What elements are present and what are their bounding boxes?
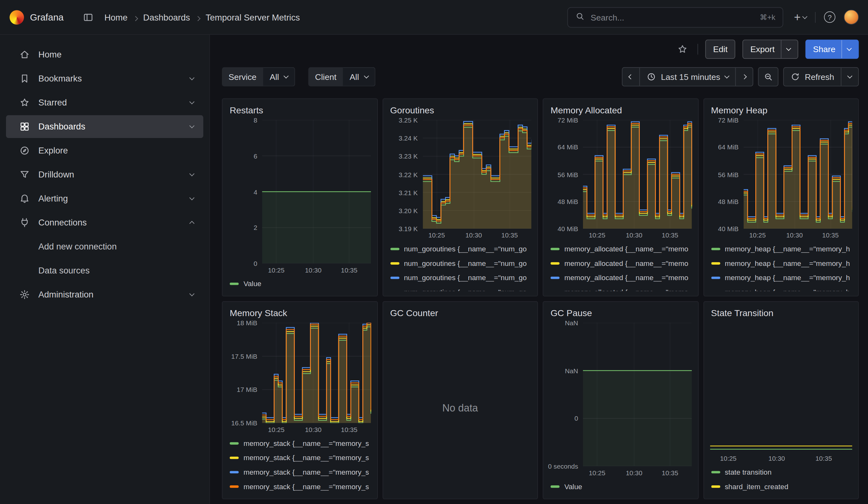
sidebar-item-drilldown[interactable]: Drilldown (6, 163, 203, 186)
chart-area: 18 MiB17.5 MiB17 MiB16.5 MiB (228, 323, 371, 423)
y-axis: 3.25 K3.24 K3.23 K3.22 K3.21 K3.20 K3.19… (389, 120, 422, 229)
panel-title[interactable]: GC Pause (550, 308, 692, 318)
favorite-star-icon[interactable] (675, 41, 690, 57)
share-button[interactable]: Share (805, 40, 859, 59)
legend-item[interactable]: memory_allocated {__name__="memo (550, 271, 691, 285)
export-button[interactable]: Export (743, 40, 798, 59)
breadcrumb-item-dashboards[interactable]: Dashboards (143, 12, 190, 22)
legend-item[interactable]: num_goroutines {__name__="num_go (390, 271, 530, 285)
chevron-up-icon[interactable] (190, 221, 194, 224)
legend-label: memory_allocated {__name__="memo (564, 274, 689, 282)
legend: Value (549, 478, 692, 494)
chevron-down-icon[interactable] (190, 101, 194, 104)
legend-item[interactable]: memory_heap {__name__="memory_h (711, 242, 851, 256)
sidebar-item-label: Home (39, 50, 62, 59)
breadcrumb-item-home[interactable]: Home (104, 12, 128, 22)
x-tick-label: 10:25 (749, 232, 766, 239)
legend-item[interactable]: memory_heap {__name__="memory_h (711, 271, 851, 285)
legend-item[interactable]: num_goroutines {__name__="num_go (390, 256, 530, 271)
plot[interactable] (262, 120, 371, 263)
sidebar-item-connections[interactable]: Connections (6, 211, 203, 234)
y-tick-label: 3.22 K (399, 171, 417, 178)
service-variable-dropdown[interactable]: All (263, 67, 296, 86)
legend-item[interactable]: memory_heap {__name__="memory_h (711, 256, 851, 271)
chevron-down-icon[interactable] (190, 173, 194, 176)
legend-item[interactable]: state transition (711, 465, 851, 480)
y-tick-label: 17 MiB (237, 386, 257, 393)
help-icon[interactable] (822, 9, 838, 25)
panel-title[interactable]: State Transition (711, 308, 852, 318)
sidebar-item-home[interactable]: Home (6, 43, 203, 66)
panel-title[interactable]: GC Counter (390, 308, 531, 318)
sidebar-item-starred[interactable]: Starred (6, 91, 203, 114)
legend-item[interactable]: Value (550, 480, 691, 494)
plot[interactable] (423, 120, 531, 229)
plot[interactable] (743, 120, 852, 229)
panel-title[interactable]: Restarts (230, 105, 371, 115)
chevron-down-icon[interactable] (190, 197, 194, 200)
plot[interactable] (583, 323, 692, 466)
chevron-down-icon[interactable] (190, 77, 194, 80)
refresh-button[interactable]: Refresh (784, 68, 841, 86)
search-box[interactable]: ⌘+k (567, 7, 783, 28)
star-icon (19, 97, 31, 108)
panel-title[interactable]: Memory Allocated (550, 105, 692, 115)
legend-item[interactable]: num_goroutines {__name__="num_go (390, 285, 530, 291)
sidebar-item-dashboards[interactable]: Dashboards (6, 115, 203, 138)
legend-item[interactable]: memory_stack {__name__="memory_s (230, 480, 370, 494)
share-dropdown-caret[interactable] (841, 40, 851, 58)
time-range-picker[interactable]: Last 15 minutes (640, 68, 735, 86)
legend-item[interactable]: memory_allocated {__name__="memo (550, 242, 691, 256)
sidebar-item-alerting[interactable]: Alerting (6, 187, 203, 210)
service-variable-label: Service (222, 67, 263, 86)
chevron-down-icon[interactable] (190, 293, 194, 296)
x-axis: 10:2510:3010:35 (583, 466, 692, 478)
panel-restarts: Restarts8642010:2510:3010:35Value (222, 99, 378, 297)
user-avatar[interactable] (844, 10, 859, 25)
legend-item[interactable]: num_goroutines {__name__="num_go (390, 242, 530, 256)
y-tick-label: 0 seconds (548, 463, 578, 470)
legend-dash (230, 442, 239, 445)
legend-item[interactable]: Value (230, 277, 370, 291)
legend-item[interactable]: shard_item_created (711, 480, 851, 494)
legend-dash (711, 262, 720, 265)
sidebar-item-data-sources[interactable]: Data sources (6, 259, 203, 282)
plot[interactable] (262, 323, 371, 423)
panel-title[interactable]: Goroutines (390, 105, 531, 115)
time-shift-back-button[interactable] (622, 68, 639, 86)
edit-button[interactable]: Edit (705, 40, 735, 59)
sidebar-item-add-new-connection[interactable]: Add new connection (6, 235, 203, 258)
sidebar-item-administration[interactable]: Administration (6, 283, 203, 306)
legend-label: num_goroutines {__name__="num_go (404, 259, 527, 268)
panel-title[interactable]: Memory Stack (230, 308, 371, 318)
client-variable-dropdown[interactable]: All (343, 67, 375, 86)
dock-menu-icon[interactable] (81, 9, 96, 25)
new-menu-button[interactable] (792, 9, 809, 25)
legend-item[interactable]: memory_stack {__name__="memory_s (230, 436, 370, 451)
x-tick-label: 10:35 (662, 232, 678, 239)
y-tick-label: 8 (254, 116, 257, 124)
sidebar-item-bookmarks[interactable]: Bookmarks (6, 67, 203, 90)
grafana-logo-icon[interactable] (9, 10, 24, 24)
legend-item[interactable]: memory_heap {__name__="memory_h (711, 285, 851, 291)
plot[interactable] (710, 323, 852, 452)
sidebar-item-explore[interactable]: Explore (6, 139, 203, 162)
panel-gc-counter: GC CounterNo data (382, 301, 538, 499)
panel-title[interactable]: Memory Heap (711, 105, 852, 115)
plot[interactable] (583, 120, 692, 229)
legend-item[interactable]: memory_allocated {__name__="memo (550, 256, 691, 271)
legend-item[interactable]: memory_allocated {__name__="memo (550, 285, 691, 291)
zoom-out-icon[interactable] (758, 67, 779, 86)
panel-gc-pause: GC PauseNaNNaN00 seconds10:2510:3010:35V… (543, 301, 699, 499)
legend-label: memory_heap {__name__="memory_h (725, 274, 850, 282)
bookmark-icon (19, 73, 31, 84)
legend: memory_stack {__name__="memory_smemory_s… (228, 435, 371, 494)
time-shift-forward-button[interactable] (735, 68, 753, 86)
legend-dash (230, 485, 239, 488)
export-dropdown-caret[interactable] (781, 40, 790, 58)
refresh-interval-dropdown[interactable] (841, 68, 858, 86)
chevron-down-icon[interactable] (190, 125, 194, 128)
legend-item[interactable]: memory_stack {__name__="memory_s (230, 465, 370, 480)
legend-item[interactable]: memory_stack {__name__="memory_s (230, 451, 370, 465)
search-input[interactable] (589, 12, 755, 22)
